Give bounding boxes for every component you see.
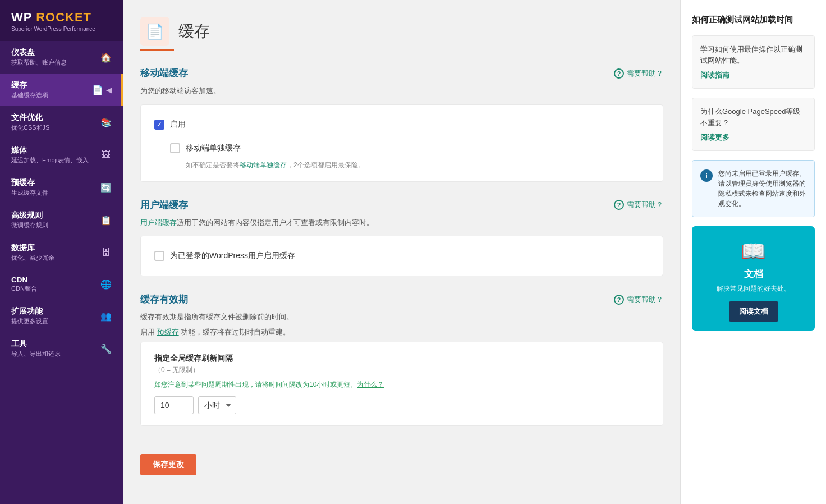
sidebar-item-advanced-rules[interactable]: 高级规则 微调缓存规则 📋 [0, 204, 123, 236]
mobile-separate-label[interactable]: 移动端单独缓存 [186, 143, 241, 153]
right-sidebar-title: 如何正确测试网站加载时间 [692, 13, 815, 25]
right-card-guide-link[interactable]: 阅读指南 [700, 71, 729, 79]
right-card-pagespeed-text: 为什么Google PageSpeed等级不重要？ [700, 106, 806, 128]
help-icon-2: ? [614, 200, 624, 210]
sidebar-item-tools[interactable]: 工具 导入、导出和还原 🔧 [0, 332, 123, 365]
sidebar-item-database[interactable]: 数据库 优化、减少冗余 🗄 [0, 236, 123, 269]
advanced-rules-icon: 📋 [100, 215, 112, 226]
mobile-enable-checkbox[interactable] [154, 120, 164, 130]
expiry-unit-select[interactable]: 小时 天 [198, 396, 236, 414]
docs-title: 文档 [701, 268, 806, 281]
user-cache-help[interactable]: ? 需要帮助？ [614, 200, 663, 210]
info-icon: i [700, 169, 713, 182]
cache-expiry-note1: 缓存有效期是指所有缓存文件被删除前的时间。 [140, 311, 663, 323]
why-link[interactable]: 为什么？ [357, 381, 384, 388]
mobile-separate-note: 如不确定是否要将移动端单独缓存，2个选项都启用最保险。 [186, 160, 649, 170]
page-header-icon: 📄 [140, 17, 169, 46]
mobile-cache-card: 启用 移动端单独缓存 如不确定是否要将移动端单独缓存，2个选项都启用最保险。 [140, 104, 663, 182]
user-cache-desc: 用户端缓存适用于您的网站有内容仅指定用户才可查看或有限制内容时。 [140, 217, 663, 228]
sidebar-logo: WP ROCKET Superior WordPress Performance [0, 0, 123, 41]
docs-card: 📖 文档 解决常见问题的好去处。 阅读文档 [692, 226, 815, 331]
sidebar-item-extensions[interactable]: 扩展功能 提供更多设置 👥 [0, 300, 123, 332]
user-enable-checkbox[interactable] [154, 251, 164, 261]
file-optimize-icon: 📚 [100, 117, 112, 128]
help-icon: ? [614, 68, 624, 79]
expiry-input-row: 小时 天 [154, 396, 649, 414]
warning-text: 如您注意到某些问题周期性出现，请将时间间隔改为10小时或更短。为什么？ [154, 379, 649, 390]
cache-expiry-section: 缓存有效期 ? 需要帮助？ 缓存有效期是指所有缓存文件被删除前的时间。 启用 预… [140, 293, 663, 426]
user-cache-title: 用户端缓存 [140, 199, 188, 212]
right-sidebar: 如何正确测试网站加载时间 学习如何使用最佳操作以正确测试网站性能。 阅读指南 为… [680, 0, 826, 504]
user-enable-row: 为已登录的WordPress用户启用缓存 [154, 248, 649, 264]
mobile-separate-checkbox[interactable] [170, 143, 180, 153]
preload-link[interactable]: 预缓存 [157, 328, 179, 336]
help-icon-3: ? [614, 295, 624, 305]
docs-sub: 解决常见问题的好去处。 [701, 284, 806, 294]
cache-icon: 📄 [91, 85, 104, 95]
refresh-sub: （0 = 无限制） [154, 365, 649, 375]
mobile-enable-label[interactable]: 启用 [170, 120, 186, 130]
extensions-icon: 👥 [100, 311, 112, 322]
user-cache-section: 用户端缓存 ? 需要帮助？ 用户端缓存适用于您的网站有内容仅指定用户才可查看或有… [140, 199, 663, 277]
cache-expiry-help[interactable]: ? 需要帮助？ [614, 295, 663, 305]
user-cache-link[interactable]: 用户端缓存 [140, 218, 177, 227]
cache-expiry-note2: 启用 预缓存 功能，缓存将在过期时自动重建。 [140, 327, 663, 338]
user-enable-label[interactable]: 为已登录的WordPress用户启用缓存 [170, 251, 295, 261]
user-cache-card: 为已登录的WordPress用户启用缓存 [140, 236, 663, 276]
logo-tagline: Superior WordPress Performance [11, 26, 112, 32]
mobile-cache-help[interactable]: ? 需要帮助？ [614, 68, 663, 79]
mobile-enable-row: 启用 [154, 116, 649, 133]
media-icon: 🖼 [100, 150, 112, 160]
cache-expiry-card: 指定全局缓存刷新间隔 （0 = 无限制） 如您注意到某些问题周期性出现，请将时间… [140, 342, 663, 426]
home-icon: 🏠 [100, 52, 112, 63]
cdn-icon: 🌐 [100, 279, 112, 290]
page-header: 📄 缓存 [140, 17, 663, 46]
mobile-separate-row: 移动端单独缓存 [170, 140, 649, 157]
sidebar-item-dashboard[interactable]: 仪表盘 获取帮助、账户信息 🏠 [0, 41, 123, 74]
tools-icon: 🔧 [100, 343, 112, 354]
mobile-cache-section: 移动端缓存 ? 需要帮助？ 为您的移动端访客加速。 启用 移动端单独缓存 [140, 67, 663, 182]
sidebar-item-media[interactable]: 媒体 延迟加载、Emoji表情、嵌入 🖼 [0, 139, 123, 171]
right-card-pagespeed: 为什么Google PageSpeed等级不重要？ 阅读更多 [692, 98, 815, 151]
sidebar-item-preload[interactable]: 预缓存 生成缓存文件 🔄 [0, 171, 123, 204]
info-card-text: 您尚未启用已登录用户缓存。请以管理员身份使用浏览器的隐私模式来检查网站速度和外观… [718, 168, 806, 209]
chevron-icon: ◀ [106, 85, 112, 94]
expiry-value-input[interactable] [154, 396, 194, 414]
sidebar-nav: 仪表盘 获取帮助、账户信息 🏠 缓存 基础缓存选项 📄 ◀ 文件优化 优化CSS… [0, 41, 123, 504]
info-card: i 您尚未启用已登录用户缓存。请以管理员身份使用浏览器的隐私模式来检查网站速度和… [692, 160, 815, 217]
mobile-cache-desc: 为您的移动端访客加速。 [140, 85, 663, 97]
page-header-divider [140, 49, 174, 51]
sidebar-item-cache[interactable]: 缓存 基础缓存选项 📄 ◀ [0, 74, 123, 106]
content-area: 📄 缓存 移动端缓存 ? 需要帮助？ 为您的移动端访客加速。 启用 [123, 0, 680, 504]
docs-book-icon: 📖 [701, 240, 806, 263]
sidebar-item-file-optimize[interactable]: 文件优化 优化CSS和JS 📚 [0, 106, 123, 139]
logo-brand: WP ROCKET [11, 10, 112, 25]
database-icon: 🗄 [100, 248, 112, 258]
page-title: 缓存 [178, 21, 210, 42]
cache-expiry-title: 缓存有效期 [140, 293, 188, 306]
right-card-pagespeed-link[interactable]: 阅读更多 [700, 133, 729, 141]
main-content: 📄 缓存 移动端缓存 ? 需要帮助？ 为您的移动端访客加速。 启用 [123, 0, 826, 504]
sidebar: WP ROCKET Superior WordPress Performance… [0, 0, 123, 504]
docs-button[interactable]: 阅读文档 [729, 301, 778, 322]
right-card-guide: 学习如何使用最佳操作以正确测试网站性能。 阅读指南 [692, 35, 815, 89]
sidebar-item-cdn[interactable]: CDN CDN整合 🌐 [0, 269, 123, 300]
right-card-guide-text: 学习如何使用最佳操作以正确测试网站性能。 [700, 44, 806, 66]
mobile-separate-link[interactable]: 移动端单独缓存 [240, 161, 287, 169]
mobile-cache-title: 移动端缓存 [140, 67, 188, 80]
preload-icon: 🔄 [100, 182, 112, 193]
save-button[interactable]: 保存更改 [140, 454, 196, 475]
refresh-label: 指定全局缓存刷新间隔 [154, 354, 649, 364]
